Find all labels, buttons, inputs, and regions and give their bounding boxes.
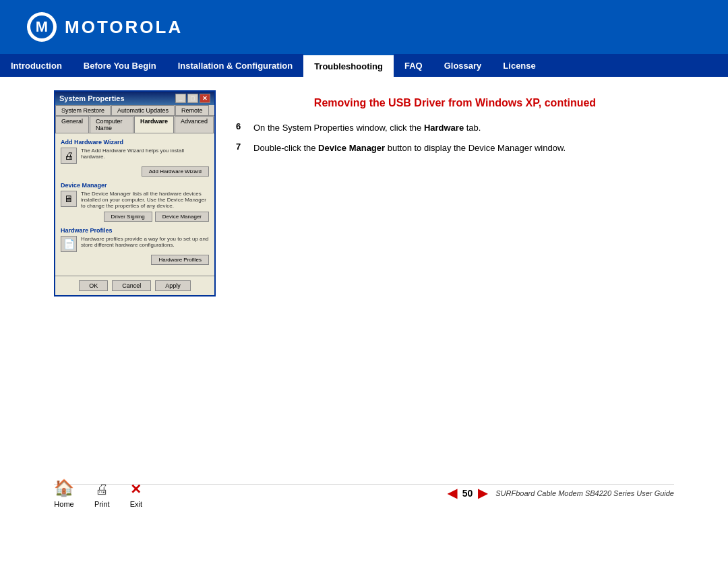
tab-hardware[interactable]: Hardware	[134, 116, 174, 133]
device-manager-title: Device Manager	[61, 182, 209, 189]
page-footer: 🏠 Home 🖨 Print ✕ Exit ◀ 50 ▶ SURFboard C…	[0, 478, 728, 508]
tab-computer-name[interactable]: Computer Name	[90, 116, 133, 133]
main-content: System Properties _ □ ✕ System Restore A…	[0, 77, 728, 310]
tab-remote[interactable]: Remote	[175, 105, 209, 115]
apply-button[interactable]: Apply	[155, 280, 191, 291]
windows-dialog: System Properties _ □ ✕ System Restore A…	[54, 90, 216, 296]
tab-system-restore[interactable]: System Restore	[55, 105, 111, 115]
dialog-tabs-row1: System Restore Automatic Updates Remote	[55, 105, 214, 116]
print-label: Print	[94, 500, 110, 508]
add-hardware-section: Add Hardware Wizard 🖨 The Add Hardware W…	[61, 139, 209, 177]
step-6-text: On the System Properties window, click t…	[253, 121, 481, 135]
screenshot-container: System Properties _ □ ✕ System Restore A…	[54, 90, 216, 296]
footer-navigation: 🏠 Home 🖨 Print ✕ Exit	[54, 478, 142, 508]
add-hardware-wizard-button[interactable]: Add Hardware Wizard	[142, 166, 209, 177]
nav-troubleshooting[interactable]: Troubleshooting	[303, 54, 394, 77]
guide-title: SURFboard Cable Modem SB4220 Series User…	[495, 489, 674, 497]
page-navigation: ◀ 50 ▶	[448, 486, 488, 501]
nav-installation[interactable]: Installation & Configuration	[167, 54, 303, 77]
hardware-profiles-btn-row: Hardware Profiles	[61, 255, 209, 265]
prev-page-arrow[interactable]: ◀	[448, 486, 457, 501]
minimize-button[interactable]: _	[175, 94, 186, 103]
navigation-bar: Introduction Before You Begin Installati…	[0, 54, 728, 77]
step-6: 6 On the System Properties window, click…	[236, 121, 674, 135]
device-manager-text: The Device Manager lists all the hardwar…	[81, 191, 209, 209]
hardware-profiles-text: Hardware profiles provide a way for you …	[81, 236, 209, 248]
add-hardware-text: The Add Hardware Wizard helps you instal…	[81, 148, 209, 160]
dialog-title-bar: System Properties _ □ ✕	[55, 92, 214, 105]
close-button[interactable]: ✕	[200, 94, 210, 103]
exit-icon: ✕	[130, 481, 142, 497]
device-manager-content: 🖥 The Device Manager lists all the hardw…	[61, 191, 209, 209]
page-title: Removing the USB Driver from Windows XP,…	[236, 97, 674, 109]
dialog-bottom-buttons: OK Cancel Apply	[55, 276, 214, 295]
device-manager-button[interactable]: Device Manager	[155, 212, 209, 222]
nav-introduction[interactable]: Introduction	[0, 54, 73, 77]
ok-button[interactable]: OK	[79, 280, 108, 291]
tab-automatic-updates[interactable]: Automatic Updates	[111, 105, 175, 115]
dialog-title: System Properties	[59, 94, 125, 102]
driver-signing-button[interactable]: Driver Signing	[104, 212, 152, 222]
footer-page-info: ◀ 50 ▶ SURFboard Cable Modem SB4220 Seri…	[448, 486, 674, 501]
motorola-badge: M	[27, 12, 57, 42]
dialog-title-buttons: _ □ ✕	[175, 94, 210, 103]
home-label: Home	[54, 500, 73, 508]
hardware-profiles-icon: 📄	[61, 236, 77, 252]
hardware-profiles-section: Hardware Profiles 📄 Hardware profiles pr…	[61, 227, 209, 265]
dialog-body: Add Hardware Wizard 🖨 The Add Hardware W…	[55, 133, 214, 276]
hardware-profiles-content: 📄 Hardware profiles provide a way for yo…	[61, 236, 209, 252]
nav-glossary[interactable]: Glossary	[433, 54, 493, 77]
page-header: M MOTOROLA	[0, 0, 728, 54]
device-manager-icon: 🖥	[61, 191, 77, 207]
nav-faq[interactable]: FAQ	[394, 54, 433, 77]
logo-container: M MOTOROLA	[27, 12, 183, 42]
maximize-button[interactable]: □	[187, 94, 198, 103]
svg-text:M: M	[36, 18, 48, 35]
next-page-arrow[interactable]: ▶	[478, 486, 487, 501]
exit-label: Exit	[130, 500, 142, 508]
dialog-tabs-row2: General Computer Name Hardware Advanced	[55, 116, 214, 133]
add-hardware-title: Add Hardware Wizard	[61, 139, 209, 146]
step-7-text: Double-click the Device Manager button t…	[253, 142, 566, 155]
step-7-number: 7	[236, 142, 247, 155]
page-number: 50	[462, 488, 473, 499]
exit-button[interactable]: ✕ Exit	[130, 481, 142, 508]
print-button[interactable]: 🖨 Print	[94, 482, 110, 508]
nav-license[interactable]: License	[492, 54, 546, 77]
tab-advanced[interactable]: Advanced	[175, 116, 214, 133]
logo-text: MOTOROLA	[65, 17, 183, 38]
step-7: 7 Double-click the Device Manager button…	[236, 142, 674, 155]
hardware-profiles-button[interactable]: Hardware Profiles	[151, 255, 209, 265]
print-icon: 🖨	[95, 482, 109, 497]
tab-general[interactable]: General	[55, 116, 89, 133]
device-manager-section: Device Manager 🖥 The Device Manager list…	[61, 182, 209, 222]
device-manager-btn-row: Driver Signing Device Manager	[61, 212, 209, 222]
hardware-profiles-title: Hardware Profiles	[61, 227, 209, 234]
home-button[interactable]: 🏠 Home	[54, 478, 74, 508]
nav-before-you-begin[interactable]: Before You Begin	[73, 54, 167, 77]
instructions-panel: Removing the USB Driver from Windows XP,…	[236, 90, 674, 296]
step-6-number: 6	[236, 121, 247, 135]
add-hardware-icon: 🖨	[61, 148, 77, 164]
home-icon: 🏠	[54, 478, 74, 497]
add-hardware-content: 🖨 The Add Hardware Wizard helps you inst…	[61, 148, 209, 164]
cancel-button[interactable]: Cancel	[112, 280, 151, 291]
add-hardware-btn-row: Add Hardware Wizard	[61, 166, 209, 177]
